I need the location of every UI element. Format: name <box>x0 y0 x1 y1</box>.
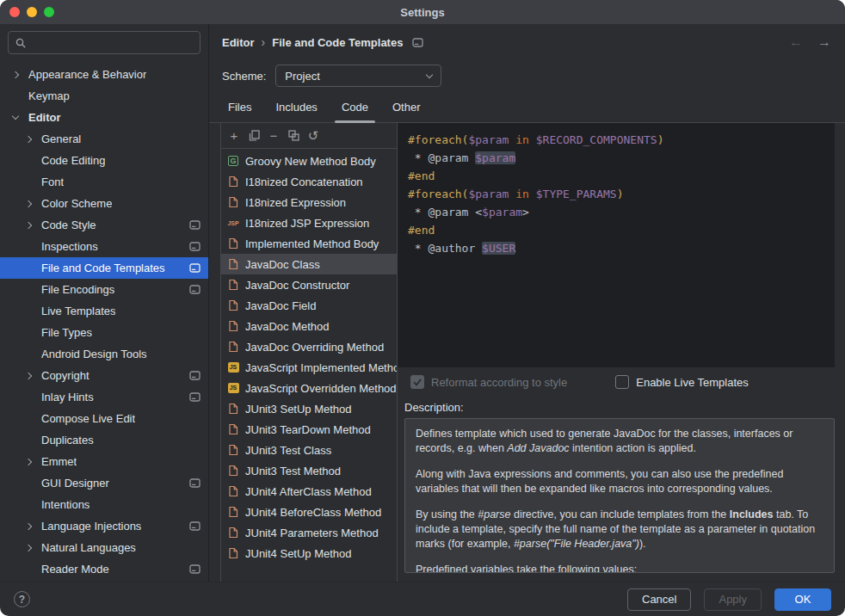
sidebar-item-intentions[interactable]: Intentions <box>0 494 208 515</box>
code-line: #end <box>408 221 824 239</box>
sidebar-item-copyright[interactable]: Copyright <box>0 365 208 386</box>
search-input[interactable] <box>31 35 194 50</box>
template-item-i18nized-jsp-expression[interactable]: JSPI18nized JSP Expression <box>221 213 397 233</box>
sidebar-item-general[interactable]: General <box>0 128 208 150</box>
tab-includes[interactable]: Includes <box>263 91 329 122</box>
tab-code[interactable]: Code <box>330 91 380 122</box>
chevron-right-icon[interactable] <box>25 135 32 142</box>
description-segment: Includes <box>730 508 774 521</box>
reformat-label: Reformat according to style <box>431 376 567 389</box>
template-item-label: JUnit4 AfterClass Method <box>245 485 372 498</box>
ok-button[interactable]: OK <box>774 588 831 611</box>
sidebar-item-compose-live-edit[interactable]: Compose Live Edit <box>0 408 208 429</box>
sidebar-item-duplicates[interactable]: Duplicates <box>0 429 208 451</box>
sidebar-item-color-scheme[interactable]: Color Scheme <box>0 193 208 214</box>
template-item-i18nized-concatenation[interactable]: I18nized Concatenation <box>221 171 397 192</box>
template-item-javadoc-method[interactable]: JavaDoc Method <box>221 316 397 336</box>
add-template-icon[interactable]: + <box>225 126 244 145</box>
chevron-right-icon[interactable] <box>12 71 19 77</box>
tab-files[interactable]: Files <box>216 91 263 122</box>
template-editor[interactable]: #foreach($param in $RECORD_COMPONENTS) *… <box>398 123 835 367</box>
code-line: #foreach($param in $TYPE_PARAMS) <box>408 185 824 203</box>
reset-template-icon[interactable]: ↺ <box>304 126 323 145</box>
search-box[interactable] <box>8 31 200 54</box>
chevron-right-icon[interactable] <box>25 544 32 551</box>
template-item-junit3-test-method[interactable]: JUnit3 Test Method <box>221 460 397 481</box>
template-item-i18nized-expression[interactable]: I18nized Expression <box>221 192 397 213</box>
sidebar-item-code-style[interactable]: Code Style <box>0 214 208 236</box>
sidebar-item-file-types[interactable]: File Types <box>0 322 208 343</box>
template-item-groovy-new-method-body[interactable]: GGroovy New Method Body <box>221 151 397 171</box>
copy-template-icon[interactable] <box>244 126 263 145</box>
sidebar-item-code-editing[interactable]: Code Editing <box>0 150 208 171</box>
template-item-label: JUnit3 Test Class <box>245 444 331 457</box>
description-paragraph: By using the #parse directive, you can i… <box>416 508 823 551</box>
sidebar-item-gui-designer[interactable]: GUI Designer <box>0 472 208 494</box>
live-templates-checkbox[interactable] <box>615 375 629 389</box>
chevron-down-icon[interactable] <box>12 113 19 120</box>
chevron-right-icon[interactable] <box>25 200 32 206</box>
close-icon[interactable] <box>9 7 20 17</box>
template-item-javadoc-class[interactable]: JavaDoc Class <box>221 254 397 274</box>
duplicate-template-icon[interactable] <box>284 126 303 145</box>
chevron-right-icon[interactable] <box>25 221 32 228</box>
template-item-junit3-test-class[interactable]: JUnit3 Test Class <box>221 440 397 460</box>
cancel-button[interactable]: Cancel <box>627 588 691 611</box>
template-item-javascript-implemented-method[interactable]: JSJavaScript Implemented Method <box>221 357 397 378</box>
minimize-icon[interactable] <box>27 7 37 17</box>
template-item-junit3-teardown-method[interactable]: JUnit3 TearDown Method <box>221 419 397 440</box>
sidebar-item-appearance-behavior[interactable]: Appearance & Behavior <box>0 64 208 85</box>
template-item-javadoc-constructor[interactable]: JavaDoc Constructor <box>221 274 397 295</box>
sidebar-item-font[interactable]: Font <box>0 171 208 193</box>
template-icon <box>226 299 240 311</box>
chevron-right-icon[interactable] <box>25 458 32 465</box>
sidebar-item-reader-mode[interactable]: Reader Mode <box>0 558 208 580</box>
template-item-junit3-setup-method[interactable]: JUnit3 SetUp Method <box>221 398 397 419</box>
code-token: > <box>522 206 529 219</box>
sidebar-item-editor[interactable]: Editor <box>0 107 208 128</box>
help-button[interactable]: ? <box>14 591 30 607</box>
sidebar-item-emmet[interactable]: Emmet <box>0 451 208 472</box>
sidebar-item-file-and-code-templates[interactable]: File and Code Templates <box>0 257 208 279</box>
sidebar-item-natural-languages[interactable]: Natural Languages <box>0 537 208 558</box>
sidebar-item-android-design-tools[interactable]: Android Design Tools <box>0 343 208 365</box>
code-token <box>529 133 536 146</box>
template-item-junit4-parameters-method[interactable]: JUnit4 Parameters Method <box>221 522 397 543</box>
reformat-option[interactable]: Reformat according to style <box>410 375 567 389</box>
sidebar-item-inlay-hints[interactable]: Inlay Hints <box>0 386 208 408</box>
code-line: #foreach($param in $RECORD_COMPONENTS) <box>408 131 824 149</box>
scheme-label: Scheme: <box>222 70 266 83</box>
template-item-junit4-setup-method[interactable]: JUnit4 SetUp Method <box>221 543 397 564</box>
sidebar-item-keymap[interactable]: Keymap <box>0 85 208 107</box>
sidebar-item-label: Natural Languages <box>41 541 136 554</box>
code-token: in <box>515 188 529 200</box>
template-item-javadoc-overriding-method[interactable]: JavaDoc Overriding Method <box>221 336 397 357</box>
template-item-junit4-afterclass-method[interactable]: JUnit4 AfterClass Method <box>221 481 397 502</box>
apply-button[interactable]: Apply <box>704 588 762 611</box>
template-item-junit4-beforeclass-method[interactable]: JUnit4 BeforeClass Method <box>221 502 397 522</box>
sidebar-item-file-encodings[interactable]: File Encodings <box>0 279 208 300</box>
code-token: $param <box>468 188 509 200</box>
sidebar-item-live-templates[interactable]: Live Templates <box>0 300 208 322</box>
template-item-javascript-overridden-method[interactable]: JSJavaScript Overridden Method <box>221 378 397 398</box>
javascript-icon: JS <box>226 362 240 373</box>
back-arrow-icon[interactable]: ← <box>789 34 803 50</box>
template-detail: #foreach($param in $RECORD_COMPONENTS) *… <box>398 123 835 582</box>
sidebar-item-inspections[interactable]: Inspections <box>0 236 208 257</box>
zoom-icon[interactable] <box>44 7 54 17</box>
chevron-right-icon[interactable] <box>25 522 32 529</box>
scheme-select[interactable]: Project <box>275 65 441 87</box>
sidebar-item-label: General <box>41 132 81 145</box>
chevron-right-icon[interactable] <box>25 372 32 379</box>
reformat-checkbox[interactable] <box>410 375 424 389</box>
remove-template-icon[interactable]: − <box>264 126 283 145</box>
forward-arrow-icon[interactable]: → <box>817 34 831 50</box>
description-segment: By using the <box>416 508 478 521</box>
template-item-implemented-method-body[interactable]: Implemented Method Body <box>221 233 397 254</box>
tab-other[interactable]: Other <box>380 91 433 122</box>
live-templates-option[interactable]: Enable Live Templates <box>615 375 749 389</box>
chevron-slot <box>24 373 41 379</box>
breadcrumb-editor[interactable]: Editor <box>222 36 255 49</box>
template-item-javadoc-field[interactable]: JavaDoc Field <box>221 295 397 316</box>
sidebar-item-language-injections[interactable]: Language Injections <box>0 515 208 537</box>
